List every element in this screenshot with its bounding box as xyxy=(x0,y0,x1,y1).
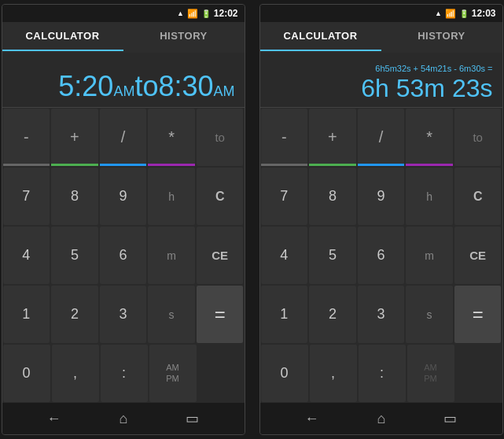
nav-bar-1: ← ⌂ ▭ xyxy=(2,403,245,434)
key-7-1[interactable]: 7 xyxy=(3,168,50,225)
result-1: 5:20AMto8:30AM xyxy=(58,71,234,102)
display-2: 6h5m32s + 54m21s - 6m30s = 6h 53m 23s xyxy=(260,53,502,108)
key-m-2[interactable]: m xyxy=(406,227,453,284)
key-5-1[interactable]: 5 xyxy=(51,227,98,284)
key-multiply-1[interactable]: * xyxy=(148,109,195,166)
sim-icon-2: ▲ xyxy=(435,9,442,17)
key-row-3-2: 4 5 6 m CE xyxy=(260,226,502,285)
key-h-1[interactable]: h xyxy=(148,168,195,225)
display-1: 5:20AMto8:30AM xyxy=(2,53,245,108)
key-comma-2[interactable]: , xyxy=(310,345,357,402)
key-plus-1[interactable]: + xyxy=(51,109,98,166)
home-button-2[interactable]: ⌂ xyxy=(377,411,386,427)
key-2-2[interactable]: 2 xyxy=(309,286,356,343)
key-1-1[interactable]: 1 xyxy=(3,286,50,343)
key-9-2[interactable]: 9 xyxy=(358,168,405,225)
key-4-2[interactable]: 4 xyxy=(261,227,308,284)
key-8-2[interactable]: 8 xyxy=(309,168,356,225)
key-multiply-2[interactable]: * xyxy=(406,109,453,166)
result-am1: AM xyxy=(113,83,134,99)
phone-1: ▲ 📶 🔋 12:02 CALCULATOR HISTORY 5:20AMto8… xyxy=(2,4,245,435)
key-0-1[interactable]: 0 xyxy=(3,345,50,402)
key-4-1[interactable]: 4 xyxy=(3,227,50,284)
battery-icon-2: 🔋 xyxy=(459,9,469,18)
key-row-2-1: 7 8 9 h C xyxy=(2,167,245,226)
status-bar-2: ▲ 📶 🔋 12:03 xyxy=(260,5,502,22)
key-minus-2[interactable]: - xyxy=(261,109,308,166)
key-divide-1[interactable]: / xyxy=(100,109,147,166)
back-button-2[interactable]: ← xyxy=(305,411,319,427)
key-row-5-1: 0 , : AMPM xyxy=(2,344,245,403)
battery-icon: 🔋 xyxy=(201,9,211,18)
keypad-2: - + / * to 7 8 9 h C xyxy=(260,108,502,403)
tab-history-2[interactable]: HISTORY xyxy=(381,22,502,51)
key-5-2[interactable]: 5 xyxy=(309,227,356,284)
key-ce-1[interactable]: CE xyxy=(197,227,244,284)
key-divide-2[interactable]: / xyxy=(358,109,405,166)
result-2: 6h 53m 23s xyxy=(361,75,492,102)
key-1-2[interactable]: 1 xyxy=(261,286,308,343)
key-row-4-2: 1 2 3 s = xyxy=(260,285,502,344)
key-c-1[interactable]: C xyxy=(197,168,244,225)
key-2-1[interactable]: 2 xyxy=(51,286,98,343)
key-equals-1[interactable]: = xyxy=(197,286,244,343)
tabs-1: CALCULATOR HISTORY xyxy=(2,22,245,53)
key-ampm-1[interactable]: AMPM xyxy=(149,345,197,402)
key-7-2[interactable]: 7 xyxy=(261,168,308,225)
back-button-1[interactable]: ← xyxy=(47,411,61,427)
result-to: to xyxy=(134,70,158,102)
result-am2: AM xyxy=(214,83,235,99)
key-equals-2[interactable]: = xyxy=(454,286,502,343)
key-c-2[interactable]: C xyxy=(454,168,502,225)
time-display-2: 12:03 xyxy=(472,8,496,19)
key-row-op-2: - + / * to xyxy=(260,108,502,167)
key-3-2[interactable]: 3 xyxy=(358,286,405,343)
home-button-1[interactable]: ⌂ xyxy=(120,411,128,427)
key-equals-spacer-2 xyxy=(455,344,502,403)
key-colon-2[interactable]: : xyxy=(359,345,406,402)
key-colon-1[interactable]: : xyxy=(101,345,148,402)
key-comma-1[interactable]: , xyxy=(52,345,99,402)
result-time-start: 5:20 xyxy=(58,70,113,102)
key-row-5-2: 0 , : AMPM xyxy=(260,344,502,403)
key-6-1[interactable]: 6 xyxy=(100,227,147,284)
key-to-2[interactable]: to xyxy=(454,109,502,166)
formula-2: 6h5m32s + 54m21s - 6m30s = xyxy=(270,64,493,75)
key-plus-2[interactable]: + xyxy=(309,109,356,166)
key-h-2[interactable]: h xyxy=(406,168,453,225)
key-3-1[interactable]: 3 xyxy=(100,286,147,343)
key-ce-2[interactable]: CE xyxy=(454,227,502,284)
key-m-1[interactable]: m xyxy=(148,227,195,284)
nav-bar-2: ← ⌂ ▭ xyxy=(260,403,502,434)
key-to-1[interactable]: to xyxy=(197,109,244,166)
tab-calculator-1[interactable]: CALCULATOR xyxy=(2,22,123,51)
key-row-4-1: 1 2 3 s = xyxy=(2,285,245,344)
key-8-1[interactable]: 8 xyxy=(51,168,98,225)
keypad-1: - + / * to 7 8 9 h C xyxy=(2,108,245,403)
tab-calculator-2[interactable]: CALCULATOR xyxy=(260,22,381,51)
tab-history-1[interactable]: HISTORY xyxy=(123,22,245,51)
tabs-2: CALCULATOR HISTORY xyxy=(260,22,502,53)
recent-button-2[interactable]: ▭ xyxy=(443,410,457,427)
key-6-2[interactable]: 6 xyxy=(358,227,405,284)
time-display-1: 12:02 xyxy=(214,8,238,19)
key-row-op-1: - + / * to xyxy=(2,108,245,167)
key-s-2[interactable]: s xyxy=(406,286,453,343)
wifi-icon-2: 📶 xyxy=(445,9,456,19)
recent-button-1[interactable]: ▭ xyxy=(186,410,199,427)
key-9-1[interactable]: 9 xyxy=(100,168,147,225)
result-time-end: 8:30 xyxy=(158,70,213,102)
key-row-2-2: 7 8 9 h C xyxy=(260,167,502,226)
phone-2: ▲ 📶 🔋 12:03 CALCULATOR HISTORY 6h5m32s +… xyxy=(259,4,503,435)
sim-icon: ▲ xyxy=(177,9,184,17)
status-bar-1: ▲ 📶 🔋 12:02 xyxy=(2,5,245,22)
wifi-icon: 📶 xyxy=(187,9,198,19)
key-equals-spacer-1 xyxy=(197,344,245,403)
formula-1 xyxy=(12,60,235,71)
key-ampm-2[interactable]: AMPM xyxy=(407,345,454,402)
key-row-3-1: 4 5 6 m CE xyxy=(2,226,245,285)
key-0-2[interactable]: 0 xyxy=(261,345,308,402)
key-s-1[interactable]: s xyxy=(148,286,195,343)
key-minus-1[interactable]: - xyxy=(3,109,50,166)
